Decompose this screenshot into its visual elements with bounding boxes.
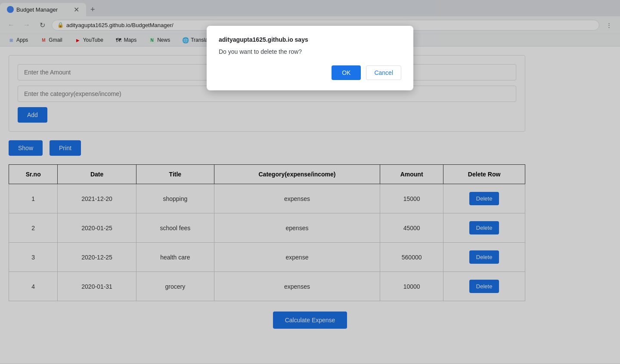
dialog-box: adityagupta1625.github.io says Do you wa… bbox=[207, 26, 413, 90]
dialog-overlay: adityagupta1625.github.io says Do you wa… bbox=[0, 0, 620, 363]
dialog-title: adityagupta1625.github.io says bbox=[219, 36, 401, 43]
dialog-message: Do you want to delete the row? bbox=[219, 48, 401, 55]
dialog-ok-button[interactable]: OK bbox=[332, 65, 361, 80]
dialog-buttons: OK Cancel bbox=[219, 65, 401, 80]
dialog-cancel-button[interactable]: Cancel bbox=[366, 65, 401, 80]
